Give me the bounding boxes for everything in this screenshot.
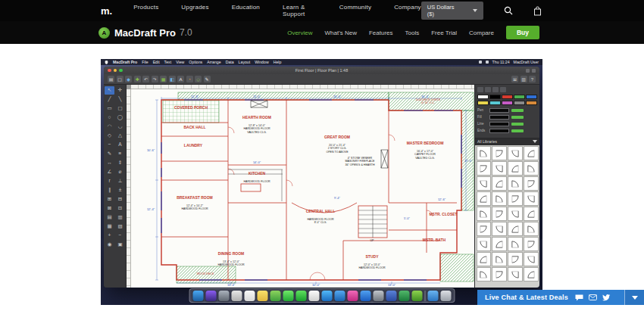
- currency-selector[interactable]: US Dollars ($): [421, 2, 483, 20]
- top-nav-item[interactable]: Products: [133, 4, 158, 17]
- product-nav-item[interactable]: What's New: [325, 30, 357, 36]
- toolbar-icon[interactable]: ◔: [186, 76, 193, 82]
- toolbar-icon[interactable]: ✚: [134, 76, 141, 82]
- dock-folder-icon[interactable]: [440, 291, 451, 301]
- product-nav-item[interactable]: Tools: [405, 30, 420, 36]
- tool-icon[interactable]: A: [115, 141, 125, 149]
- library-symbol[interactable]: [477, 252, 492, 266]
- dock-app-icon[interactable]: [360, 291, 370, 301]
- attribute-value-bar[interactable]: [511, 129, 524, 132]
- library-symbol[interactable]: [492, 191, 507, 206]
- tool-icon[interactable]: ⊟: [115, 195, 125, 204]
- library-symbol[interactable]: [492, 207, 507, 221]
- attribute-value-bar[interactable]: [511, 116, 524, 119]
- menu-item[interactable]: Data: [226, 60, 234, 64]
- color-swatch[interactable]: [502, 101, 513, 105]
- tool-icon[interactable]: ⊠: [105, 204, 114, 213]
- attribute-color-well[interactable]: [489, 108, 509, 113]
- library-symbol[interactable]: [508, 207, 523, 221]
- tool-icon[interactable]: −: [115, 232, 125, 240]
- dock-app-icon[interactable]: [347, 291, 358, 301]
- menu-item[interactable]: Edit: [153, 60, 160, 64]
- live-chat-bar[interactable]: Live Chat & Latest Deals: [477, 290, 644, 305]
- menu-item[interactable]: MacDraft Pro: [113, 60, 137, 64]
- library-symbol[interactable]: [508, 267, 523, 281]
- color-swatch[interactable]: [489, 101, 501, 105]
- library-symbol[interactable]: [492, 146, 507, 160]
- library-symbol[interactable]: [508, 222, 523, 236]
- menu-item[interactable]: File: [142, 60, 148, 64]
- tool-icon[interactable]: ◉: [105, 241, 114, 249]
- library-symbol[interactable]: [477, 207, 492, 221]
- top-nav-item[interactable]: Learn & Support: [283, 4, 317, 17]
- tool-icon[interactable]: ∠: [105, 168, 114, 176]
- clock[interactable]: Thu 11:24: [492, 60, 510, 64]
- menu-item[interactable]: Options: [189, 60, 202, 64]
- inspector-toggle-icon[interactable]: [532, 69, 536, 73]
- library-symbol[interactable]: [492, 176, 507, 191]
- library-symbol[interactable]: [524, 267, 539, 281]
- dock-app-icon[interactable]: [231, 291, 242, 301]
- search-icon[interactable]: [504, 6, 513, 15]
- tool-icon[interactable]: +: [105, 232, 114, 240]
- library-symbol[interactable]: [524, 146, 539, 160]
- tool-icon[interactable]: ↖: [105, 86, 114, 95]
- menu-item[interactable]: Text: [164, 60, 172, 64]
- tool-icon[interactable]: ╲: [115, 95, 125, 104]
- menu-item[interactable]: Help: [274, 60, 282, 64]
- attribute-color-well[interactable]: [489, 129, 509, 133]
- tool-icon[interactable]: ╱: [105, 95, 114, 104]
- library-symbol[interactable]: [477, 237, 492, 251]
- toolbar-icon[interactable]: ↷: [152, 76, 158, 82]
- toolbar-icon[interactable]: ▦: [160, 76, 167, 82]
- tool-icon[interactable]: ▢: [115, 104, 125, 113]
- library-symbol[interactable]: [508, 252, 523, 266]
- color-swatch[interactable]: [514, 95, 525, 99]
- dock-app-icon[interactable]: [308, 291, 319, 301]
- library-symbol[interactable]: [492, 252, 507, 266]
- color-swatch[interactable]: [489, 95, 501, 99]
- tool-icon[interactable]: ±: [115, 186, 125, 194]
- toolbar-icon[interactable]: ◧: [169, 76, 176, 82]
- floor-plan-document[interactable]: COVERED PORCH BACK HALL LAUN: [131, 89, 474, 288]
- tool-icon[interactable]: ⊡: [115, 204, 125, 213]
- line-attr-icon[interactable]: [492, 87, 499, 92]
- color-swatch[interactable]: [502, 95, 513, 99]
- chat-bubble-icon[interactable]: [575, 294, 583, 301]
- toolbar-icon[interactable]: ▥: [521, 76, 527, 82]
- toolbar-icon[interactable]: ?: [529, 76, 536, 82]
- dock-app-icon[interactable]: [218, 291, 229, 301]
- tool-icon[interactable]: ~: [105, 141, 114, 149]
- tool-icon[interactable]: ≡: [115, 150, 125, 158]
- email-icon[interactable]: [589, 294, 597, 300]
- tool-icon[interactable]: △: [115, 132, 125, 140]
- color-swatch[interactable]: [477, 101, 489, 105]
- dock-app-icon[interactable]: [205, 291, 216, 301]
- tool-icon[interactable]: ⇕: [115, 159, 125, 167]
- library-symbol[interactable]: [477, 267, 492, 281]
- tool-icon[interactable]: ▣: [115, 241, 125, 249]
- menu-item[interactable]: Layout: [239, 60, 251, 64]
- library-symbol[interactable]: [524, 207, 539, 221]
- tool-icon[interactable]: ✎: [105, 150, 114, 158]
- toolbar-icon[interactable]: ↶: [142, 76, 149, 82]
- tool-icon[interactable]: ⊥: [115, 177, 125, 185]
- library-symbol[interactable]: [477, 161, 492, 176]
- dock-app-icon[interactable]: [321, 291, 332, 301]
- top-nav-item[interactable]: Upgrades: [181, 4, 208, 17]
- toolbar-icon[interactable]: A: [177, 76, 184, 82]
- color-swatch[interactable]: [526, 95, 537, 99]
- tool-icon[interactable]: ✛: [115, 86, 125, 95]
- menu-item[interactable]: View: [176, 60, 184, 64]
- menu-item[interactable]: Arrange: [207, 60, 220, 64]
- close-window-button[interactable]: [108, 69, 111, 73]
- fill-attr-icon[interactable]: [485, 87, 491, 92]
- product-nav-item[interactable]: Free Trial: [431, 30, 457, 36]
- cart-bag-icon[interactable]: [533, 6, 542, 16]
- top-nav-item[interactable]: Education: [232, 4, 260, 17]
- library-symbol[interactable]: [508, 146, 523, 160]
- user-menu[interactable]: MacDraft User: [514, 60, 539, 64]
- top-nav-item[interactable]: Community: [339, 4, 371, 17]
- library-header[interactable]: All Libraries: [475, 138, 539, 145]
- attribute-color-well[interactable]: [489, 115, 509, 120]
